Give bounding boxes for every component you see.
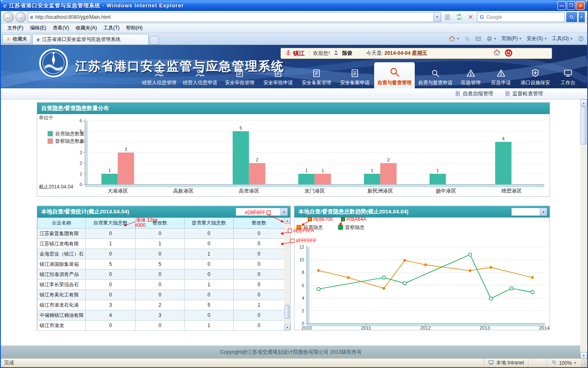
address-bar[interactable]: e http://localhost:8080/yjpt/Main.html ▼ [28,12,441,22]
nav-item-3[interactable]: 安全审批管理 [220,65,259,88]
stats-row: 金海宏业（镇江）石0010 [38,249,285,259]
stats-value-cell: 1 [136,239,185,249]
stats-value-cell: 0 [136,249,185,259]
compatibility-view-button[interactable] [443,12,452,22]
menu-item-2[interactable]: 查看(V) [49,23,72,33]
stats-filter-value [236,208,281,215]
nav-item-12[interactable]: 工作台 [555,65,581,88]
svg-text:1: 1 [321,168,324,173]
sub-navigation: 自查自报管理监督检查管理 [1,88,587,99]
search-dropdown-button[interactable]: ▼ [579,12,585,22]
date-display: 今天是: 2014-04-04 星期五 [366,50,427,57]
print-button[interactable]: ▼ [485,35,498,43]
scroll-down-icon[interactable]: ▼ [580,352,587,358]
scroll-down-icon[interactable]: ▼ [284,324,290,330]
subnav-item-1[interactable]: 自查自报管理 [455,90,493,97]
stop-icon [468,14,474,20]
distribution-chart-panel: 自查隐患/督查隐患数量分布 单位个自查隐患数量督察隐患数量012345613大港… [37,102,550,197]
page-tab[interactable]: e 江苏省港口安全监管与应急管理系统 [32,34,149,45]
nav-item-4[interactable]: 安全审批申请 [259,65,297,88]
scroll-up-icon[interactable]: ▲ [580,99,587,106]
svg-text:2: 2 [80,161,82,166]
search-input[interactable]: G Google [477,12,565,22]
google-icon: G [480,14,484,20]
svg-text:1: 1 [80,171,82,176]
stats-value-cell: 0 [234,239,285,249]
home-icon[interactable] [493,49,501,58]
back-button[interactable]: ← [3,12,14,22]
svg-text:5: 5 [240,126,242,130]
zone-label: 本地 Intranet [496,359,524,366]
stats-value-cell: 1 [185,280,234,290]
subnav-item-2[interactable]: 监督检查管理 [505,90,543,97]
company-name-cell: 镇江奇美化工有限 [38,290,86,300]
stats-column-header: 整改数 [234,218,285,229]
maximize-button[interactable]: ❐ [567,1,575,10]
nav-item-11[interactable]: 港口设施保安 [516,65,555,88]
page-scrollbar[interactable]: ▲ ▼ [580,99,587,358]
home-button[interactable]: ▼ [447,35,461,43]
anchor-icon [285,49,292,57]
mail-button[interactable] [474,35,483,43]
logout-icon[interactable] [505,49,512,58]
nav-item-7[interactable]: 自查与督查管理 [374,62,415,88]
table-scroll-thumb[interactable] [285,305,290,319]
refresh-button[interactable] [454,12,464,22]
nav-item-10[interactable]: 应急申请 [486,65,516,88]
svg-text:1: 1 [437,168,439,173]
table-scrollbar[interactable]: ▲ ▼ [284,218,290,330]
menu-item-1[interactable]: 编辑(E) [27,23,49,33]
nav-item-6[interactable]: 安全备案申请 [336,65,374,88]
toolbar-button-2[interactable]: 工具(O)▼ [550,34,575,43]
stats-table-panel: 本地自查/督查统计(截止2014.04.04) ▼ 企业名称自查重大隐患数整改数… [37,206,291,330]
menu-item-5[interactable]: 帮助(H) [123,23,146,33]
stats-column-header: 企业名称 [38,218,86,229]
svg-text:1: 1 [371,168,373,173]
forward-button[interactable]: → [16,12,26,22]
stats-row: 中储粮镇江粮油有限4300 [38,310,285,321]
help-button[interactable] [576,35,586,43]
stats-value-cell: 0 [185,239,234,249]
search-button[interactable] [566,12,577,22]
print-icon [486,36,492,42]
nav-item-9[interactable]: 应急管理 [456,65,486,88]
magnifier-icon [388,66,401,78]
magnifier-icon [551,359,557,365]
feeds-button[interactable] [463,35,472,43]
trend-filter-select[interactable]: ▼ [511,208,547,216]
page-scroll-thumb[interactable] [581,107,586,144]
resize-grip[interactable] [581,359,587,367]
toolbar-button-0[interactable]: 页面(P)▼ [500,34,523,43]
page-content: 江苏省港口安全监管与应急管理系统 镇江 欢迎您! 陈俊 今天是: 2014-04… [1,45,587,358]
address-dropdown-button[interactable]: ▼ [433,13,441,22]
menu-item-3[interactable]: 收藏夹(A) [72,23,100,33]
svg-text:2010: 2010 [301,325,312,330]
city-block: 镇江 [285,49,310,57]
zoom-control[interactable]: 100% ▼ [547,359,581,367]
stats-table: 企业名称自查重大隐患数整改数督查重大隐患数整改数 江苏索普集团有限0000江苏镇… [37,218,285,331]
compatibility-icon [444,14,451,20]
doc-icon [455,91,461,96]
stats-value-cell: 0 [234,229,285,239]
nav-item-2[interactable]: 经营人信息申请 [180,65,220,88]
new-tab-button[interactable] [150,36,159,45]
nav-item-1[interactable]: 经营人信息管理 [139,65,180,88]
user-icon [333,50,339,57]
triangle-icon [496,68,506,78]
menu-item-4[interactable]: 工具(T) [100,23,122,33]
favorites-button[interactable]: ★ 收藏夹 [2,34,31,44]
distribution-bar-chart: 单位个自查隐患数量督察隐患数量012345613大港港区高新港区52高资港区11… [37,114,550,196]
minimize-button[interactable]: — [557,1,566,10]
stop-button[interactable] [466,12,475,22]
svg-text:8: 8 [302,270,304,275]
scroll-up-icon[interactable]: ▲ [284,218,290,224]
toolbar-button-1[interactable]: 安全(S)▼ [525,34,549,43]
stats-filter-select[interactable]: ▼ [236,208,288,216]
window-title: 江苏省港口安全监管与应急管理系统 - Windows Internet Expl… [9,2,557,9]
nav-item-5[interactable]: 安全备案管理 [297,65,336,88]
trend-line-chart: 自查隐患督察隐患02468101220102011201220132014 [294,218,550,330]
svg-text:龙门港区: 龙门港区 [305,188,325,194]
close-button[interactable]: × [576,1,585,10]
nav-item-8[interactable]: 自查与督查申请 [415,65,456,88]
menu-item-0[interactable]: 文件(F) [4,23,27,33]
